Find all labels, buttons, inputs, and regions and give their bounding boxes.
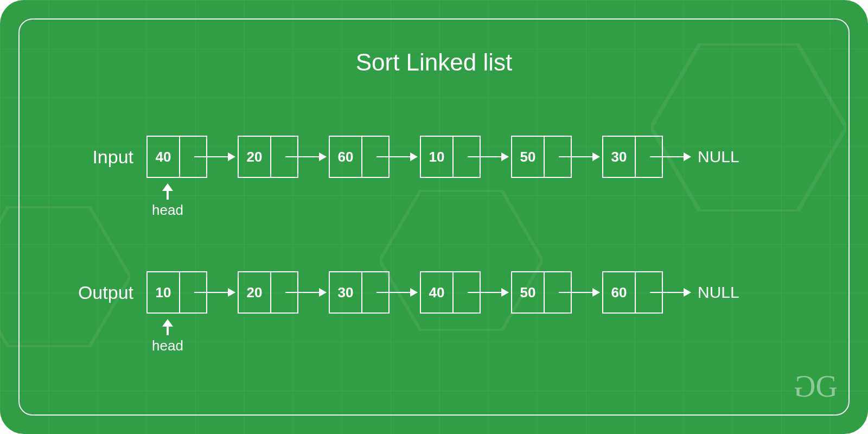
input-label: Input	[0, 146, 146, 168]
diagram-canvas: Sort Linked list Input 402060105030NULL …	[0, 0, 868, 434]
diagram-title: Sort Linked list	[0, 49, 868, 76]
node-value: 60	[330, 137, 362, 177]
node-value: 40	[421, 272, 454, 312]
node-value: 20	[239, 272, 271, 312]
output-row: Output 102030405060NULL	[0, 271, 868, 314]
node-value: 50	[512, 137, 545, 177]
arrow-right-icon	[559, 292, 599, 293]
output-head-marker: head	[152, 320, 183, 354]
node-value: 10	[421, 137, 454, 177]
node-value: 50	[512, 272, 545, 312]
inner-border	[18, 18, 850, 416]
head-label: head	[152, 337, 183, 354]
input-linked-list: 402060105030NULL	[146, 136, 739, 178]
arrow-up-icon	[163, 184, 172, 200]
head-label: head	[152, 202, 183, 219]
input-row: Input 402060105030NULL	[0, 136, 868, 178]
null-label: NULL	[698, 283, 739, 302]
arrow-right-icon	[650, 292, 690, 293]
output-linked-list: 102030405060NULL	[146, 271, 739, 314]
node-value: 40	[148, 137, 180, 177]
arrow-right-icon	[194, 292, 234, 293]
arrow-right-icon	[468, 156, 508, 157]
output-label: Output	[0, 282, 146, 303]
node-value: 60	[603, 272, 636, 312]
arrow-right-icon	[376, 292, 417, 293]
node-value: 30	[603, 137, 636, 177]
arrow-right-icon	[194, 156, 234, 157]
arrow-right-icon	[559, 156, 599, 157]
arrow-right-icon	[285, 292, 326, 293]
arrow-right-icon	[285, 156, 326, 157]
node-value: 10	[148, 272, 180, 312]
null-label: NULL	[698, 148, 739, 166]
input-head-marker: head	[152, 184, 183, 219]
arrow-right-icon	[650, 156, 690, 157]
arrow-right-icon	[468, 292, 508, 293]
site-logo: GG	[796, 369, 835, 404]
node-value: 20	[239, 137, 271, 177]
arrow-right-icon	[376, 156, 417, 157]
node-value: 30	[330, 272, 362, 312]
arrow-up-icon	[163, 320, 172, 335]
